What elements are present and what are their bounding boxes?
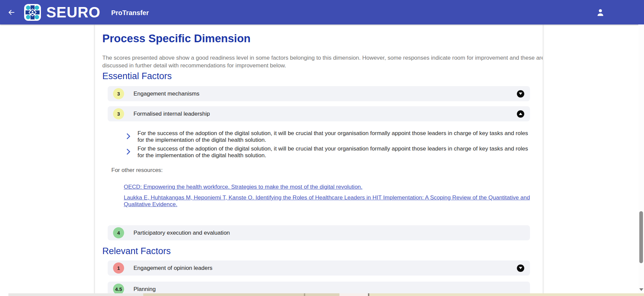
chevron-up-icon: [519, 113, 522, 115]
score-badge: 3: [113, 88, 124, 99]
recommendation-item: For the success of the adoption of the d…: [125, 145, 531, 159]
resources-label: For other resources:: [111, 167, 531, 174]
arrow-left-icon: [7, 8, 16, 17]
scrollbar[interactable]: [638, 24, 644, 296]
strip-segment: [8, 293, 143, 296]
factor-row-participatory-execution[interactable]: 4 Participatory execution and evaluation: [108, 225, 530, 240]
factor-label: Engagement mechanisms: [133, 91, 200, 97]
chevron-right-icon: [124, 133, 130, 139]
product-name: ProTransfer: [111, 9, 149, 17]
section-heading-essential-factors: Essential Factors: [102, 71, 531, 81]
resource-link-line: OECD: Empowering the health workforce. S…: [124, 184, 531, 190]
page-title: Process Specific Dimension: [102, 24, 531, 45]
user-account-button[interactable]: [596, 8, 604, 17]
strip-segment: [305, 293, 339, 296]
resource-link-line: Qualitative Evidence.: [124, 201, 531, 208]
strip-segment: [143, 293, 304, 296]
score-badge: 4: [113, 227, 124, 238]
factor-row-engagement-opinion-leaders[interactable]: 1 Engagement of opinion leaders: [108, 260, 530, 276]
resource-link-line: Laukka E, Huhtakangas M, Heponiemi T, Ka…: [124, 194, 531, 201]
score-badge: 1: [113, 262, 124, 274]
person-icon: [596, 8, 604, 17]
factor-label: Engagement of opinion leaders: [133, 265, 212, 272]
recommendation-line: For the success of the adoption of the d…: [138, 145, 528, 152]
intro-paragraph: The scores presented above show a good r…: [102, 54, 531, 69]
recommendation-item: For the success of the adoption of the d…: [125, 130, 531, 143]
section-heading-relevant-factors: Relevant Factors: [102, 246, 531, 256]
chevron-right-icon: [124, 149, 130, 155]
bottom-window-edge-strip: [0, 293, 644, 296]
scrollbar-down-arrow-icon[interactable]: [639, 288, 643, 291]
resource-link-laukka[interactable]: Laukka E, Huhtakangas M, Heponiemi T, Ka…: [124, 194, 531, 208]
recommendation-text: For the success of the adoption of the d…: [138, 145, 528, 159]
factor-label: Formalised internal leadership: [133, 111, 210, 117]
intro-line: discussed in further detail with recomme…: [102, 62, 531, 69]
app-name: SEURO: [46, 5, 100, 20]
collapse-toggle-button[interactable]: [517, 110, 524, 118]
recommendation-list: For the success of the adoption of the d…: [125, 130, 531, 159]
recommendation-line: For the success of the adoption of the d…: [138, 130, 528, 137]
intro-line: The scores presented above show a good r…: [102, 54, 531, 62]
chevron-down-icon: [519, 93, 522, 95]
strip-segment: [0, 293, 8, 296]
factor-label: Planning: [133, 286, 156, 293]
factor-row-engagement-mechanisms[interactable]: 3 Engagement mechanisms: [108, 86, 530, 101]
recommendation-line: for the implementation of the digital he…: [138, 137, 528, 143]
strip-segment: [369, 293, 644, 296]
resource-links: OECD: Empowering the health workforce. S…: [124, 184, 531, 208]
scrollbar-thumb[interactable]: [639, 211, 643, 263]
recommendation-text: For the success of the adoption of the d…: [138, 130, 528, 143]
factor-label: Participatory execution and evaluation: [133, 230, 230, 236]
score-badge: 3: [113, 108, 124, 119]
factor-row-formalised-internal-leadership[interactable]: 3 Formalised internal leadership: [108, 106, 530, 121]
recommendation-line: for the implementation of the digital he…: [138, 152, 528, 159]
back-button[interactable]: [6, 7, 17, 18]
chevron-down-icon: [519, 267, 522, 269]
seuro-logo-icon: [24, 4, 41, 21]
expand-toggle-button[interactable]: [517, 264, 524, 272]
app-header: SEURO ProTransfer: [0, 0, 644, 24]
strip-segment: [339, 293, 368, 296]
expand-toggle-button[interactable]: [517, 90, 524, 98]
resource-link-oecd[interactable]: OECD: Empowering the health workforce. S…: [124, 184, 531, 190]
report-card: Process Specific Dimension The scores pr…: [95, 24, 543, 296]
